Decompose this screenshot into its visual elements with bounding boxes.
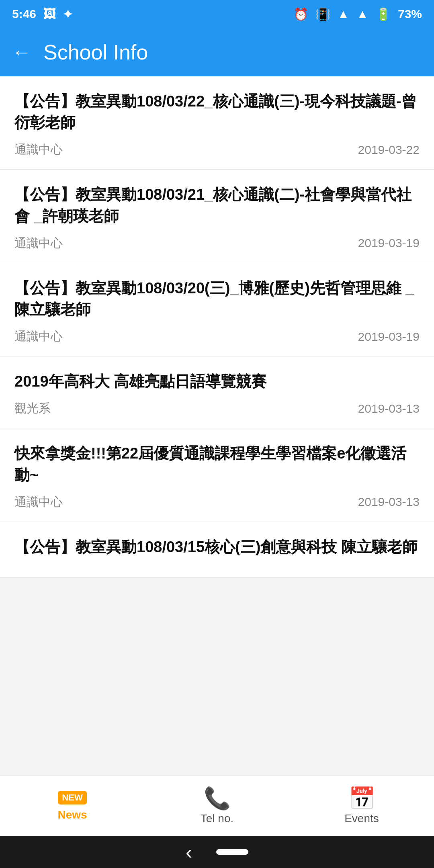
nav-label-news: News [57,809,87,821]
news-item-date: 2019-03-22 [358,143,420,157]
news-item-source: 通識中心 [14,494,63,510]
page-title: School Info [43,40,148,64]
cursor-icon: ✦ [63,7,73,21]
bottom-nav: NEW News 📞 Tel no. 📅 Events [0,776,434,836]
news-item-source: 觀光系 [14,400,51,417]
news-item-title: 2019年高科大 高雄亮點日語導覽競賽 [14,371,420,392]
phone-icon: 📞 [204,787,231,809]
status-time: 5:46 [12,7,36,21]
news-item-meta: 通識中心2019-03-22 [14,141,420,158]
battery-icon: 🔋 [376,7,391,21]
news-item[interactable]: 2019年高科大 高雄亮點日語導覽競賽觀光系2019-03-13 [0,356,434,428]
news-item-source: 通識中心 [14,235,63,252]
status-bar: 5:46 🖼 ✦ ⏰ 📳 ▲ ▲ 🔋 73% [0,0,434,28]
new-badge: NEW [58,791,86,805]
status-right: ⏰ 📳 ▲ ▲ 🔋 73% [293,7,422,21]
system-back-button[interactable]: ‹ [186,841,192,863]
nav-label-events: Events [344,812,379,825]
news-item-source: 通識中心 [14,328,63,345]
alarm-icon: ⏰ [293,7,308,21]
app-bar: ← School Info [0,28,434,76]
news-item-date: 2019-03-13 [358,402,420,416]
system-home-button[interactable] [216,849,248,855]
image-icon: 🖼 [43,7,55,21]
news-item[interactable]: 【公告】教室異動108/03/22_核心通識(三)-現今科技議題-曾衍彰老師通識… [0,76,434,170]
news-icon-wrap: NEW [58,791,86,805]
news-item[interactable]: 【公告】教室異動108/03/15核心(三)創意與科技 陳立驤老師 [0,522,434,577]
wifi-icon: ▲ [338,7,350,21]
news-item[interactable]: 【公告】教室異動108/03/20(三)_博雅(歷史)先哲管理思維 _陳立驤老師… [0,263,434,356]
content-area: 【公告】教室異動108/03/22_核心通識(三)-現今科技議題-曾衍彰老師通識… [0,76,434,670]
status-left: 5:46 🖼 ✦ [12,7,73,21]
news-item-title: 【公告】教室異動108/03/15核心(三)創意與科技 陳立驤老師 [14,536,420,558]
nav-item-news[interactable]: NEW News [0,791,145,821]
signal-icon: ▲ [356,7,368,21]
nav-item-tel[interactable]: 📞 Tel no. [145,787,289,825]
news-item[interactable]: 【公告】教室異動108/03/21_核心通識(二)-社會學與當代社會 _許朝瑛老… [0,170,434,263]
news-item-meta: 通識中心2019-03-13 [14,494,420,510]
news-list: 【公告】教室異動108/03/22_核心通識(三)-現今科技議題-曾衍彰老師通識… [0,76,434,577]
news-item-source: 通識中心 [14,141,63,158]
news-item-title: 【公告】教室異動108/03/22_核心通識(三)-現今科技議題-曾衍彰老師 [14,91,420,133]
news-item-date: 2019-03-19 [358,330,420,344]
news-item-title: 【公告】教室異動108/03/21_核心通識(二)-社會學與當代社會 _許朝瑛老… [14,184,420,227]
system-nav: ‹ [0,836,434,868]
news-item-meta: 通識中心2019-03-19 [14,235,420,252]
news-item-title: 【公告】教室異動108/03/20(三)_博雅(歷史)先哲管理思維 _陳立驤老師 [14,278,420,320]
vibrate-icon: 📳 [315,7,330,21]
calendar-icon: 📅 [348,787,375,809]
news-item-date: 2019-03-13 [358,495,420,509]
nav-label-tel: Tel no. [201,812,234,825]
news-item[interactable]: 快來拿獎金!!!第22屆優質通識課程學生學習檔案e化徵選活動~通識中心2019-… [0,428,434,522]
news-item-title: 快來拿獎金!!!第22屆優質通識課程學生學習檔案e化徵選活動~ [14,443,420,485]
news-item-date: 2019-03-19 [358,236,420,250]
news-item-meta: 通識中心2019-03-19 [14,328,420,345]
battery-percent: 73% [398,7,422,21]
news-item-meta: 觀光系2019-03-13 [14,400,420,417]
nav-item-events[interactable]: 📅 Events [289,787,434,825]
back-button[interactable]: ← [12,43,31,62]
